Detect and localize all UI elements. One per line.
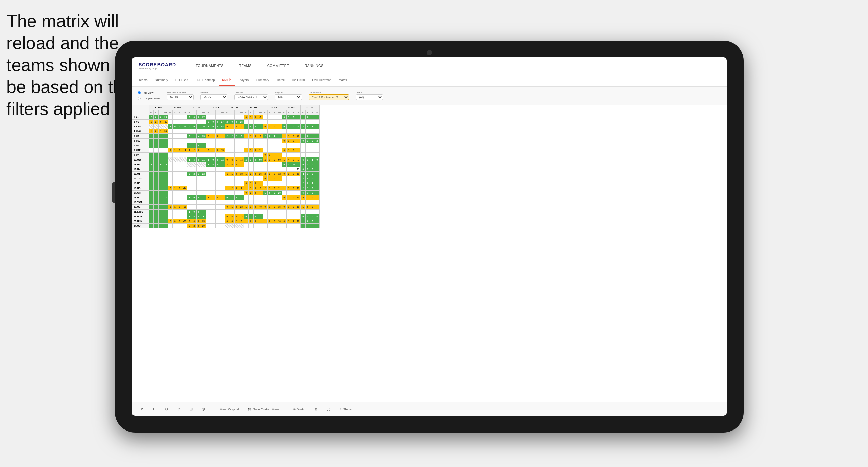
matrix-cell (154, 124, 159, 129)
matrix-cell (187, 181, 192, 186)
matrix-cell: 0 (177, 148, 182, 153)
matrix-cell (173, 224, 177, 228)
ua-l: L (192, 110, 196, 115)
matrix-cell (253, 210, 258, 214)
matrix-cell: 0 (215, 162, 220, 167)
tab-summary1[interactable]: Summary (152, 74, 172, 86)
row-label: 22. UCB (132, 214, 149, 219)
compact-view-radio[interactable]: Compact View (137, 96, 160, 101)
tab-h2h-heatmap2[interactable]: H2H Heatmap (309, 74, 335, 86)
fullscreen-button[interactable]: ⛶ (325, 407, 332, 412)
matrix-cell: 0 (282, 172, 286, 176)
matrix-cell (253, 129, 258, 134)
matrix-cell: 0 (206, 134, 211, 139)
matrix-cell (234, 139, 239, 143)
gender-select[interactable]: Men's (200, 94, 227, 100)
settings-button[interactable]: ⚙ (163, 406, 170, 412)
matrix-cell (239, 139, 244, 143)
undo-button[interactable]: ↺ (139, 406, 146, 412)
matrix-area[interactable]: 3. ASU 10. UW 11. UA 22. UCB 24. UO 27. … (132, 105, 727, 402)
tab-matrix1[interactable]: Matrix (219, 74, 235, 86)
matrix-cell: 3 (305, 214, 310, 219)
matrix-cell (159, 153, 163, 157)
row-label: 13. UT (132, 172, 149, 176)
matrix-cell (263, 214, 267, 219)
matrix-cell: 0 (253, 124, 258, 129)
matrix-cell: -5 (258, 115, 263, 120)
nav-committee[interactable]: COMMITTEE (265, 63, 292, 69)
matrix-cell (187, 205, 192, 210)
matrix-cell: 1 (248, 148, 253, 153)
nav-rankings[interactable]: RANKINGS (302, 63, 326, 69)
matrix-cell (154, 176, 159, 181)
matrix-cell (296, 176, 300, 181)
matrix-cell (300, 120, 305, 124)
zoom-reset-button[interactable]: ⊞ (188, 406, 195, 412)
tab-h2h-grid2[interactable]: H2H Grid (289, 74, 308, 86)
matrix-cell: 10 (277, 219, 282, 224)
tab-players[interactable]: Players (235, 74, 252, 86)
tab-summary2[interactable]: Summary (253, 74, 273, 86)
view-original-button[interactable]: View: Original (218, 407, 241, 412)
table-row: 17. GIT02010020510 (132, 191, 320, 195)
matrix-cell: 0 (196, 143, 201, 148)
matrix-cell (234, 224, 239, 228)
matrix-cell (277, 195, 282, 200)
matrix-cell: 1 (267, 186, 272, 191)
nav-tournaments[interactable]: TOURNAMENTS (193, 63, 226, 69)
max-teams-select[interactable]: Top 25 (167, 94, 194, 100)
share-button[interactable]: ↗ Share (337, 407, 353, 412)
matrix-cell (211, 219, 215, 224)
matrix-cell (230, 210, 234, 214)
matrix-cell: 0 (263, 205, 267, 210)
share-options-button[interactable]: ⊡ (313, 407, 320, 412)
matrix-cell: 0 (177, 186, 182, 191)
matrix-cell (248, 129, 253, 134)
tab-matrix2[interactable]: Matrix (335, 74, 351, 86)
matrix-cell (286, 176, 291, 181)
matrix-cell (234, 200, 239, 205)
matrix-cell (159, 176, 163, 181)
matrix-cell (225, 139, 230, 143)
matrix-cell (315, 176, 319, 181)
zoom-button[interactable]: ⊕ (175, 406, 183, 412)
nav-teams[interactable]: TEAMS (237, 63, 255, 69)
matrix-cell (239, 153, 244, 157)
matrix-cell (163, 186, 168, 191)
matrix-cell (154, 153, 159, 157)
watch-button[interactable]: 👁 Watch (291, 407, 308, 412)
uw-l: L (173, 110, 177, 115)
redo-button[interactable]: ↻ (151, 406, 158, 412)
matrix-cell (154, 167, 159, 172)
tab-teams[interactable]: Teams (135, 74, 151, 86)
full-view-radio[interactable]: Full View (137, 91, 160, 95)
matrix-cell (244, 139, 248, 143)
matrix-cell: 2 (267, 124, 272, 129)
matrix-cell: 3 (305, 162, 310, 167)
tab-h2h-grid1[interactable]: H2H Grid (172, 74, 192, 86)
save-custom-button[interactable]: 💾 Save Custom View (246, 407, 281, 412)
matrix-cell: 0 (282, 205, 286, 210)
matrix-cell: 1 (244, 219, 248, 224)
tab-detail[interactable]: Detail (273, 74, 288, 86)
timer-button[interactable]: ⏱ (200, 406, 208, 412)
division-select[interactable]: NCAA Division I (234, 94, 268, 100)
matrix-cell: 0 (305, 115, 310, 120)
matrix-cell (230, 200, 234, 205)
matrix-cell (149, 167, 154, 172)
matrix-cell (177, 120, 182, 124)
matrix-cell (315, 153, 319, 157)
matrix-cell (201, 139, 206, 143)
ucla-dif: Dif (277, 110, 282, 115)
matrix-cell: 1 (230, 124, 234, 129)
conference-select[interactable]: Pac-12 Conference ▼ (309, 94, 349, 100)
matrix-cell (215, 167, 220, 172)
matrix-cell: 1 (211, 195, 215, 200)
matrix-cell (192, 153, 196, 157)
row-label: 8. UAF (132, 148, 149, 153)
matrix-cell: 1 (282, 186, 286, 191)
team-select[interactable]: (All) (356, 94, 383, 100)
tab-h2h-heatmap1[interactable]: H2H Heatmap (192, 74, 218, 86)
matrix-cell: 0 (291, 205, 296, 210)
region-select[interactable]: N/A (275, 94, 302, 100)
